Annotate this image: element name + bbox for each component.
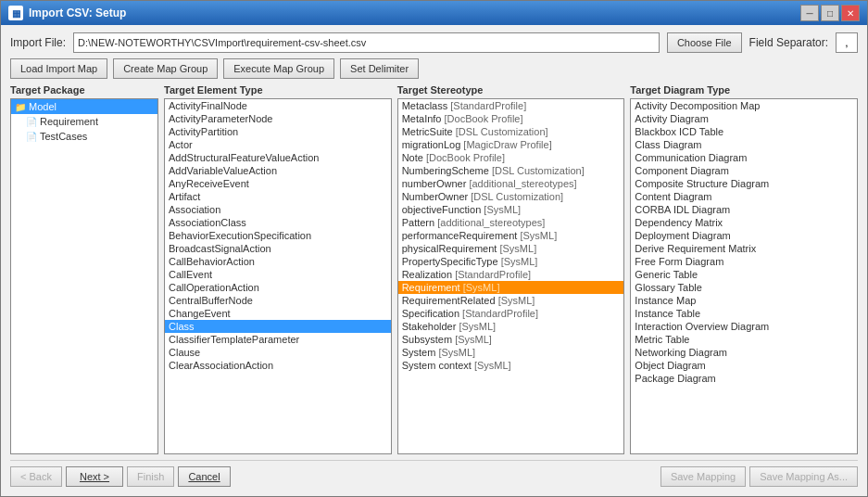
- list-item[interactable]: Class: [165, 320, 391, 333]
- minimize-button[interactable]: ─: [800, 5, 819, 21]
- list-item[interactable]: BehaviorExecutionSpecification: [165, 229, 391, 242]
- list-item[interactable]: Dependency Matrix: [631, 216, 857, 229]
- list-item[interactable]: Metaclass [StandardProfile]: [398, 99, 624, 112]
- next-button[interactable]: Next >: [66, 466, 123, 487]
- choose-file-button[interactable]: Choose File: [667, 32, 742, 53]
- list-item[interactable]: CallBehaviorAction: [165, 255, 391, 268]
- list-item[interactable]: Realization [StandardProfile]: [398, 268, 624, 281]
- execute-map-group-button[interactable]: Execute Map Group: [223, 58, 334, 79]
- tree-item-model[interactable]: 📁 Model: [11, 99, 157, 114]
- field-sep-value: ,: [836, 32, 858, 53]
- list-item[interactable]: Instance Table: [631, 307, 857, 320]
- list-item[interactable]: Deployment Diagram: [631, 229, 857, 242]
- list-item[interactable]: Interaction Overview Diagram: [631, 320, 857, 333]
- window-title: Import CSV: Setup: [29, 6, 126, 19]
- list-item[interactable]: ActivityPartition: [165, 125, 391, 138]
- list-item[interactable]: Blackbox ICD Table: [631, 125, 857, 138]
- list-item[interactable]: Note [DocBook Profile]: [398, 151, 624, 164]
- list-item[interactable]: Activity Diagram: [631, 112, 857, 125]
- list-item[interactable]: Communication Diagram: [631, 151, 857, 164]
- list-item[interactable]: Activity Decomposition Map: [631, 99, 857, 112]
- list-item[interactable]: Free Form Diagram: [631, 255, 857, 268]
- list-item[interactable]: Artifact: [165, 190, 391, 203]
- target-element-type-column: Target Element Type ActivityFinalNodeAct…: [164, 84, 392, 454]
- list-item[interactable]: Object Diagram: [631, 359, 857, 372]
- cancel-button[interactable]: Cancel: [178, 466, 230, 487]
- tree-item-testcases[interactable]: 📄 TestCases: [11, 129, 157, 144]
- target-stereotype-column: Target Stereotype Metaclass [StandardPro…: [397, 84, 625, 454]
- target-diagram-type-header: Target Diagram Type: [630, 84, 858, 96]
- list-item[interactable]: ActivityFinalNode: [165, 99, 391, 112]
- list-item[interactable]: RequirementRelated [SysML]: [398, 294, 624, 307]
- target-diagram-type-list[interactable]: Activity Decomposition MapActivity Diagr…: [630, 98, 858, 454]
- target-package-header: Target Package: [10, 84, 158, 96]
- target-package-list[interactable]: 📁 Model 📄 Requirement 📄 TestCases: [10, 98, 158, 454]
- list-item[interactable]: Derive Requirement Matrix: [631, 242, 857, 255]
- list-item[interactable]: Subsystem [SysML]: [398, 333, 624, 346]
- list-item[interactable]: migrationLog [MagicDraw Profile]: [398, 138, 624, 151]
- list-item[interactable]: Generic Table: [631, 268, 857, 281]
- list-item[interactable]: Class Diagram: [631, 138, 857, 151]
- set-delimiter-button[interactable]: Set Delimiter: [340, 58, 419, 79]
- list-item[interactable]: Networking Diagram: [631, 346, 857, 359]
- save-mapping-button: Save Mapping: [660, 466, 746, 487]
- list-item[interactable]: ChangeEvent: [165, 307, 391, 320]
- tree-item-testcases-label: TestCases: [40, 131, 87, 142]
- target-diagram-type-column: Target Diagram Type Activity Decompositi…: [630, 84, 858, 454]
- list-item[interactable]: objectiveFunction [SysML]: [398, 203, 624, 216]
- tree-item-model-label: Model: [29, 101, 57, 112]
- list-item[interactable]: AssociationClass: [165, 216, 391, 229]
- create-map-group-button[interactable]: Create Map Group: [113, 58, 218, 79]
- list-item[interactable]: PropertySpecificType [SysML]: [398, 255, 624, 268]
- list-item[interactable]: CallEvent: [165, 268, 391, 281]
- document-icon-test: 📄: [26, 132, 37, 142]
- list-item[interactable]: NumberingScheme [DSL Customization]: [398, 164, 624, 177]
- list-item[interactable]: Component Diagram: [631, 164, 857, 177]
- list-item[interactable]: CentralBufferNode: [165, 294, 391, 307]
- import-file-row: Import File: Choose File Field Separator…: [10, 32, 858, 53]
- list-item[interactable]: Clause: [165, 346, 391, 359]
- list-item[interactable]: Glossary Table: [631, 281, 857, 294]
- folder-open-icon: 📁: [15, 102, 26, 112]
- list-item[interactable]: System [SysML]: [398, 346, 624, 359]
- maximize-button[interactable]: □: [821, 5, 839, 21]
- list-item[interactable]: AnyReceiveEvent: [165, 177, 391, 190]
- load-import-map-button[interactable]: Load Import Map: [10, 58, 107, 79]
- list-item[interactable]: Requirement [SysML]: [398, 281, 624, 294]
- target-stereotype-list[interactable]: Metaclass [StandardProfile]MetaInfo [Doc…: [397, 98, 625, 454]
- list-item[interactable]: MetricSuite [DSL Customization]: [398, 125, 624, 138]
- list-item[interactable]: Pattern [additional_stereotypes]: [398, 216, 624, 229]
- list-item[interactable]: performanceRequirement [SysML]: [398, 229, 624, 242]
- toolbar-row: Load Import Map Create Map Group Execute…: [10, 58, 858, 79]
- list-item[interactable]: Metric Table: [631, 333, 857, 346]
- list-item[interactable]: numberOwner [additional_stereotypes]: [398, 177, 624, 190]
- list-item[interactable]: Stakeholder [SysML]: [398, 320, 624, 333]
- list-item[interactable]: ClassifierTemplateParameter: [165, 333, 391, 346]
- list-item[interactable]: Specification [StandardProfile]: [398, 307, 624, 320]
- target-element-type-list[interactable]: ActivityFinalNodeActivityParameterNodeAc…: [164, 98, 392, 454]
- list-item[interactable]: CallOperationAction: [165, 281, 391, 294]
- list-item[interactable]: Instance Map: [631, 294, 857, 307]
- list-item[interactable]: Content Diagram: [631, 190, 857, 203]
- tree-item-requirement[interactable]: 📄 Requirement: [11, 114, 157, 129]
- list-item[interactable]: MetaInfo [DocBook Profile]: [398, 112, 624, 125]
- field-sep-label: Field Separator:: [749, 36, 828, 49]
- list-item[interactable]: Composite Structure Diagram: [631, 177, 857, 190]
- list-item[interactable]: Association: [165, 203, 391, 216]
- bottom-bar: < Back Next > Finish Cancel Save Mapping…: [10, 460, 858, 489]
- list-item[interactable]: BroadcastSignalAction: [165, 242, 391, 255]
- list-item[interactable]: CORBA IDL Diagram: [631, 203, 857, 216]
- list-item[interactable]: AddVariableValueAction: [165, 164, 391, 177]
- list-item[interactable]: AddStructuralFeatureValueAction: [165, 151, 391, 164]
- list-item[interactable]: ClearAssociationAction: [165, 359, 391, 372]
- close-button[interactable]: ✕: [841, 5, 860, 21]
- list-item[interactable]: NumberOwner [DSL Customization]: [398, 190, 624, 203]
- import-path-input[interactable]: [73, 32, 660, 53]
- list-item[interactable]: Package Diagram: [631, 372, 857, 385]
- list-item[interactable]: System context [SysML]: [398, 359, 624, 372]
- list-item[interactable]: Actor: [165, 138, 391, 151]
- list-item[interactable]: physicalRequirement [SysML]: [398, 242, 624, 255]
- document-icon-req: 📄: [26, 117, 37, 127]
- bottom-right: Save Mapping Save Mapping As...: [660, 466, 858, 487]
- list-item[interactable]: ActivityParameterNode: [165, 112, 391, 125]
